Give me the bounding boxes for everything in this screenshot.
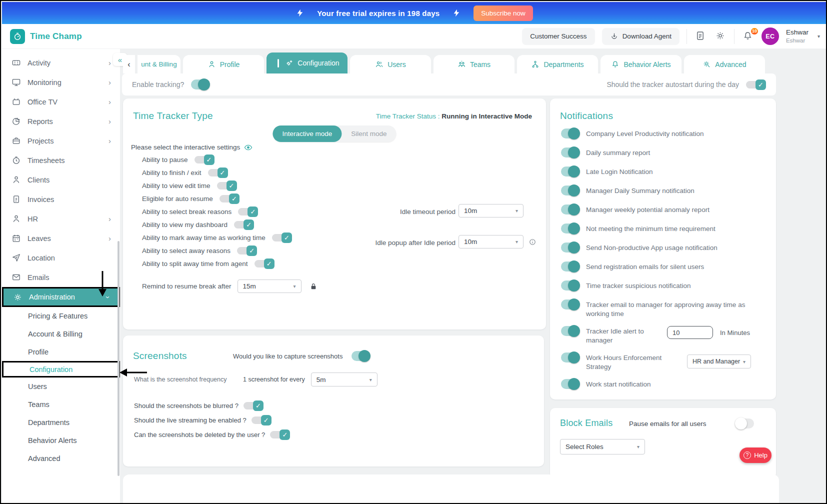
sidebar-item-administration[interactable]: Administration ›	[2, 287, 120, 307]
sidebar-scrollbar[interactable]	[118, 241, 120, 476]
pause-emails-toggle[interactable]	[736, 418, 754, 428]
person-icon	[208, 60, 216, 68]
bell-icon	[611, 60, 620, 68]
setting-toggle[interactable]: ✓	[220, 194, 240, 204]
capture-toggle[interactable]	[352, 351, 370, 361]
bell-icon[interactable]: 10	[742, 30, 754, 43]
sidebar-item-monitoring[interactable]: Monitoring ›	[2, 72, 120, 92]
silent-mode-button[interactable]: Silent mode	[342, 126, 396, 142]
briefcase-icon	[11, 136, 21, 146]
notification-toggle[interactable]	[561, 186, 579, 196]
notification-toggle[interactable]	[561, 379, 579, 389]
idle-popup-select[interactable]: 10m▾	[458, 235, 524, 248]
tab-behavior-alerts[interactable]: Behavior Alerts	[600, 55, 682, 74]
tab-profile[interactable]: Profile	[183, 55, 264, 74]
sidebar-item-location[interactable]: Location	[2, 248, 120, 268]
avatar[interactable]: EC	[762, 28, 779, 45]
sidebar-item-account-billing[interactable]: Account & Billing	[2, 325, 120, 343]
document-icon[interactable]	[694, 30, 707, 43]
gear-icon[interactable]	[714, 30, 727, 43]
brand-logo[interactable]: Time Champ	[2, 24, 120, 49]
sidebar-item-office-tv[interactable]: Office TV ›	[2, 92, 120, 112]
download-agent-button[interactable]: Download Agent	[602, 28, 680, 45]
chevron-right-icon: ›	[108, 234, 111, 242]
tab-users[interactable]: Users	[350, 55, 431, 74]
streaming-toggle[interactable]: ✓	[252, 415, 272, 426]
tracker-mode-switcher: Interactive mode Silent mode	[272, 126, 396, 142]
screenshots-card: Screenshots Would you like to capture sc…	[123, 336, 544, 466]
chevron-down-icon[interactable]: ▾	[818, 34, 820, 39]
notification-toggle[interactable]	[561, 166, 579, 176]
sidebar-item-clients[interactable]: Clients	[2, 170, 120, 190]
sidebar-item-activity[interactable]: Activity ›	[2, 53, 120, 72]
check-icon: ✓	[246, 246, 257, 256]
tab-configuration[interactable]: Configuration	[266, 52, 348, 74]
sidebar-item-projects[interactable]: Projects ›	[2, 131, 120, 150]
work-hours-select[interactable]: HR and Manager▾	[687, 354, 751, 368]
sidebar-item-departments[interactable]: Departments	[2, 414, 120, 432]
trial-banner: Your free trial expires in 198 days Subs…	[2, 2, 827, 24]
notification-toggle[interactable]	[561, 128, 579, 138]
tab-departments[interactable]: Departments	[517, 55, 598, 74]
sidebar-item-teams[interactable]: Teams	[2, 396, 120, 414]
select-roles-dropdown[interactable]: Select Roles▾	[560, 439, 645, 454]
deleted-toggle[interactable]: ✓	[270, 430, 290, 440]
customer-success-button[interactable]: Customer Success	[522, 28, 594, 45]
help-button[interactable]: ? Help	[740, 448, 772, 463]
tab-account-billing[interactable]: unt & Billing	[138, 55, 180, 74]
hierarchy-icon	[531, 60, 540, 68]
tab-advanced[interactable]: Advanced	[684, 55, 765, 74]
setting-toggle[interactable]: ✓	[234, 220, 254, 230]
sidebar-item-pricing-features[interactable]: Pricing & Features	[2, 307, 120, 325]
blurred-toggle[interactable]: ✓	[244, 400, 264, 411]
notification-toggle[interactable]	[561, 352, 579, 362]
eye-icon[interactable]	[244, 144, 252, 151]
remind-resume-select[interactable]: 15m▾	[238, 280, 302, 293]
sidebar-item-users[interactable]: Users	[2, 378, 120, 396]
setting-toggle[interactable]: ✓	[254, 258, 274, 269]
remind-resume-label: Remind to resume break after	[142, 282, 232, 290]
sidebar-item-reports[interactable]: Reports ›	[2, 112, 120, 131]
chevron-down-icon: ▾	[516, 239, 518, 244]
tab-scroll-left-icon[interactable]: ‹	[123, 55, 135, 74]
notification-toggle[interactable]	[561, 280, 579, 290]
frequency-select[interactable]: 5m▾	[311, 372, 378, 386]
gear-icon	[12, 292, 22, 302]
sidebar-item-invoices[interactable]: Invoices	[2, 190, 120, 209]
notification-toggle[interactable]	[561, 224, 579, 234]
notification-toggle[interactable]	[561, 300, 579, 310]
notification-toggle[interactable]	[561, 204, 579, 214]
sidebar-item-emails[interactable]: Emails	[2, 268, 120, 287]
sidebar-item-configuration[interactable]: Configuration	[2, 361, 120, 378]
sidebar-item-timesheets[interactable]: Timesheets	[2, 150, 120, 170]
notification-toggle[interactable]	[561, 262, 579, 272]
invoice-icon	[11, 194, 21, 204]
setting-toggle[interactable]: ✓	[238, 206, 258, 217]
info-icon[interactable]	[529, 238, 536, 246]
setting-toggle[interactable]: ✓	[194, 154, 214, 165]
sidebar-item-advanced[interactable]: Advanced	[2, 450, 120, 468]
autostart-toggle[interactable]: ✓	[746, 80, 766, 90]
notification-toggle[interactable]	[561, 326, 579, 336]
notification-row: Send Non-productive App usage notificati…	[561, 242, 769, 254]
interactive-mode-button[interactable]: Interactive mode	[272, 126, 342, 142]
notification-toggle[interactable]	[561, 148, 579, 158]
tab-teams[interactable]: Teams	[434, 55, 514, 74]
top-header: Customer Success Download Agent 10 EC Es…	[120, 24, 827, 48]
sidebar-item-profile[interactable]: Profile	[2, 343, 120, 361]
notification-toggle[interactable]	[561, 242, 579, 252]
enable-tracking-toggle[interactable]	[191, 80, 209, 90]
setting-toggle[interactable]: ✓	[208, 168, 228, 178]
chevron-right-icon: ›	[108, 78, 111, 86]
sidebar-item-behavior-alerts[interactable]: Behavior Alerts	[2, 432, 120, 450]
sidebar-item-hr[interactable]: HR ›	[2, 209, 120, 228]
setting-toggle[interactable]: ✓	[272, 232, 292, 243]
idle-alert-minutes-input[interactable]	[667, 326, 713, 339]
setting-toggle[interactable]: ✓	[237, 246, 257, 256]
setting-toggle[interactable]: ✓	[217, 180, 237, 191]
subscribe-now-button[interactable]: Subscribe now	[474, 6, 533, 21]
lightning-icon	[452, 8, 460, 18]
sidebar-item-leaves[interactable]: Leaves ›	[2, 228, 120, 248]
brand-name: Time Champ	[30, 32, 82, 42]
idle-timeout-select[interactable]: 10m▾	[458, 204, 524, 218]
